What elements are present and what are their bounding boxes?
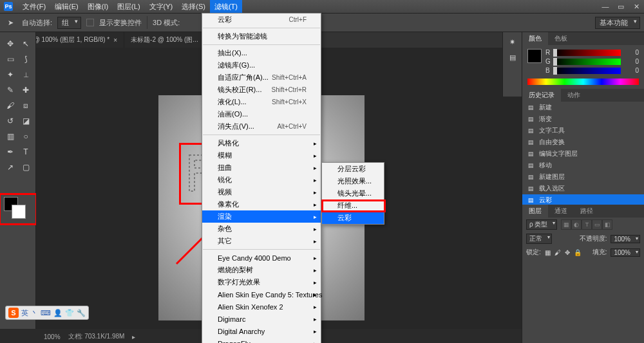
tool-lasso[interactable]: ⟆: [18, 51, 33, 67]
menu-item[interactable]: 燃烧的梨树▸: [202, 264, 321, 276]
menu-edit[interactable]: 编辑(E): [50, 0, 83, 13]
slider-g[interactable]: [554, 59, 621, 65]
menu-item[interactable]: DragonFly▸: [202, 337, 321, 343]
history-item[interactable]: ▤新建: [522, 102, 644, 113]
window-minimize[interactable]: —: [598, 0, 613, 13]
filter-pixel-icon[interactable]: ▦: [561, 219, 571, 230]
filter-adj-icon[interactable]: ◐: [571, 219, 582, 230]
show-transform-checkbox[interactable]: [86, 19, 94, 26]
menu-item[interactable]: 滤镜库(G)...: [202, 59, 321, 71]
submenu-item-分层云彩[interactable]: 分层云彩: [322, 163, 384, 175]
panel-icon-2[interactable]: ▤: [507, 51, 518, 63]
history-item[interactable]: ▤文字工具: [522, 125, 644, 136]
menu-item-其它[interactable]: 其它▸: [202, 235, 321, 247]
slider-r[interactable]: [554, 50, 621, 56]
tab-history[interactable]: 历史记录: [522, 89, 561, 102]
panel-icon-1[interactable]: ✷: [507, 36, 518, 48]
tool-stamp[interactable]: ⧇: [18, 98, 33, 113]
tool-wand[interactable]: ✦: [3, 67, 18, 82]
history-item[interactable]: ▤载入选区: [522, 183, 644, 194]
menu-convert-smart[interactable]: 转换为智能滤镜: [202, 30, 321, 42]
menu-item-锐化[interactable]: 锐化▸: [202, 174, 321, 186]
ime-tool-icon[interactable]: 🔧: [77, 309, 86, 317]
menu-item[interactable]: 消失点(V)...Alt+Ctrl+V: [202, 120, 321, 133]
history-item[interactable]: ▤移动: [522, 160, 644, 171]
tool-move-alt[interactable]: ↖: [18, 36, 33, 51]
ime-lang[interactable]: 英: [21, 308, 28, 318]
menu-item[interactable]: Alien Skin Xenofex 2▸: [202, 301, 321, 313]
tool-type[interactable]: T: [18, 144, 33, 160]
menu-item-像素化[interactable]: 像素化▸: [202, 198, 321, 210]
history-item[interactable]: ▤编辑文字图层: [522, 148, 644, 160]
tab-color[interactable]: 颜色: [522, 32, 548, 45]
filter-type-icon[interactable]: T: [582, 219, 592, 230]
tab-swatches[interactable]: 色板: [548, 32, 574, 45]
ime-skin-icon[interactable]: 👕: [65, 309, 74, 317]
chevron-right-icon[interactable]: ▸: [132, 333, 135, 340]
tool-heal[interactable]: ✚: [18, 82, 33, 98]
tool-move[interactable]: ✥: [3, 36, 18, 51]
menu-item[interactable]: 数字灯光效果▸: [202, 276, 321, 288]
menu-select[interactable]: 选择(S): [177, 0, 210, 13]
color-preview[interactable]: [527, 49, 542, 63]
menu-item[interactable]: Eye Candy 4000 Demo▸: [202, 252, 321, 264]
menu-item-杂色[interactable]: 杂色▸: [202, 223, 321, 235]
tool-shape[interactable]: ▢: [18, 160, 33, 175]
lock-all-icon[interactable]: 🔒: [574, 249, 582, 256]
submenu-item-光照效果...[interactable]: 光照效果...: [322, 175, 384, 187]
opacity-value[interactable]: 100%: [611, 235, 640, 243]
menu-item-扭曲[interactable]: 扭曲▸: [202, 162, 321, 174]
menu-item-渲染[interactable]: 渲染▸: [202, 210, 321, 223]
tool-marquee[interactable]: ▭: [3, 51, 18, 67]
fill-value[interactable]: 100%: [611, 248, 640, 257]
slider-b[interactable]: [554, 68, 621, 74]
tab-actions[interactable]: 动作: [561, 89, 587, 102]
filter-smart-icon[interactable]: ◧: [602, 219, 612, 230]
tool-history-brush[interactable]: ↺: [3, 113, 18, 129]
tool-gradient[interactable]: ▥: [3, 129, 18, 144]
menu-image[interactable]: 图像(I): [83, 0, 113, 13]
history-item[interactable]: ▤自由变换: [522, 136, 644, 148]
menu-item-模糊[interactable]: 模糊▸: [202, 149, 321, 162]
auto-select-dropdown[interactable]: 组: [57, 17, 81, 29]
menu-item[interactable]: 液化(L)...Shift+Ctrl+X: [202, 96, 321, 108]
tool-brush[interactable]: 🖌: [3, 98, 18, 113]
menu-item-风格化[interactable]: 风格化▸: [202, 137, 321, 149]
submenu-item-镜头光晕...[interactable]: 镜头光晕...: [322, 187, 384, 199]
menu-file[interactable]: 文件(F): [18, 0, 50, 13]
tool-eraser[interactable]: ◪: [18, 113, 33, 129]
tool-dodge[interactable]: ○: [18, 129, 33, 144]
ime-toolbar[interactable]: S 英 丶 ⌨ 👤 👕 🔧: [5, 306, 89, 320]
tool-eyedropper[interactable]: ✎: [3, 82, 18, 98]
lock-paint-icon[interactable]: 🖌: [554, 249, 561, 256]
menu-item[interactable]: Digimarc▸: [202, 313, 321, 325]
menu-last-filter[interactable]: 云彩 Ctrl+F: [202, 14, 321, 26]
menu-item[interactable]: 油画(O)...: [202, 108, 321, 120]
close-icon[interactable]: ×: [113, 37, 117, 44]
window-close[interactable]: ✕: [629, 0, 644, 13]
doc-tab-2[interactable]: 未标题-2 @ 100% (图... ×: [124, 32, 213, 48]
lock-trans-icon[interactable]: ▦: [545, 249, 551, 256]
ime-punct[interactable]: 丶: [31, 308, 38, 318]
tool-pen[interactable]: ✒: [3, 144, 18, 160]
tool-crop[interactable]: ⟂: [18, 67, 33, 82]
menu-item[interactable]: Digital Anarchy▸: [202, 325, 321, 337]
ime-person-icon[interactable]: 👤: [53, 309, 62, 317]
menu-layer[interactable]: 图层(L): [113, 0, 144, 13]
workspace-switcher[interactable]: 基本功能: [595, 17, 640, 29]
layer-kind[interactable]: ρ 类型: [526, 219, 557, 230]
tab-layers[interactable]: 图层: [522, 205, 548, 218]
tab-channels[interactable]: 通道: [548, 205, 574, 218]
window-restore[interactable]: ▭: [613, 0, 629, 13]
menu-filter[interactable]: 滤镜(T): [210, 0, 242, 13]
filter-shape-icon[interactable]: ▭: [592, 219, 602, 230]
tab-paths[interactable]: 路径: [574, 205, 600, 218]
submenu-item-云彩[interactable]: 云彩: [322, 212, 384, 224]
history-item[interactable]: ▤新建图层: [522, 171, 644, 183]
menu-type[interactable]: 文字(Y): [145, 0, 178, 13]
menu-item[interactable]: 抽出(X)...: [202, 47, 321, 59]
lock-pos-icon[interactable]: ✥: [565, 249, 570, 256]
history-item[interactable]: ▤渐变: [522, 113, 644, 125]
menu-item-视频[interactable]: 视频▸: [202, 186, 321, 198]
zoom-level[interactable]: 100%: [44, 333, 61, 340]
